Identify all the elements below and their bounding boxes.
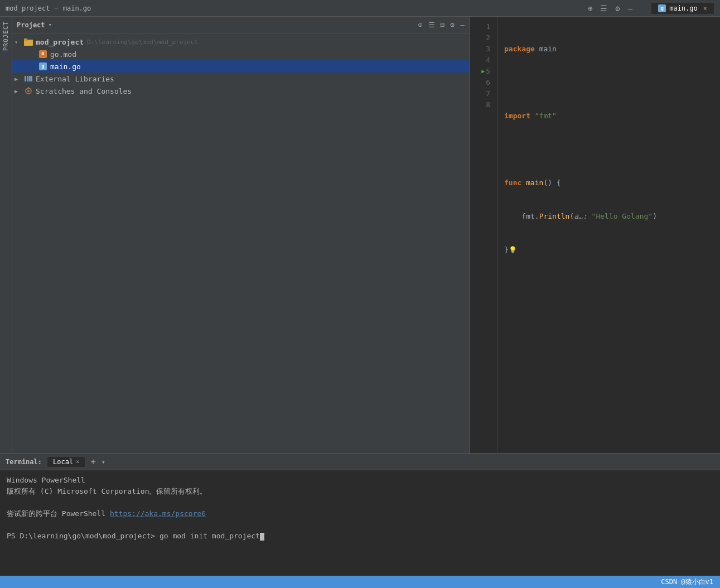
code-line-8 xyxy=(504,278,713,289)
terminal-content[interactable]: Windows PowerShell 版权所有 (C) Microsoft Co… xyxy=(0,470,720,576)
tree-item-external-libraries[interactable]: ▶ External Libraries xyxy=(12,73,469,85)
editor-area: 1 2 3 4 ▶ 5 6 7 8 package main import "f… xyxy=(470,17,720,453)
list-icon[interactable]: ☰ xyxy=(600,4,607,13)
terminal-label: Terminal: xyxy=(6,458,42,466)
code-line-4 xyxy=(504,144,713,155)
split-icon[interactable]: ⊟ xyxy=(441,21,445,29)
svg-point-8 xyxy=(27,90,30,92)
terminal-blank-2 xyxy=(7,519,713,531)
settings-icon[interactable]: ⚙ xyxy=(615,4,620,13)
project-side-label[interactable]: Project xyxy=(0,17,12,453)
svg-rect-2 xyxy=(24,38,27,40)
terminal-tab-close[interactable]: × xyxy=(76,459,79,465)
tree-gomod-label: go.mod xyxy=(50,50,76,59)
title-separator: – xyxy=(54,4,58,12)
terminal-area: Terminal: Local × + ▾ Windows PowerShell… xyxy=(0,453,720,576)
terminal-try-new: 尝试新的跨平台 PowerShell https://aka.ms/pscore… xyxy=(7,508,713,519)
line-num-4: 4 xyxy=(470,55,490,66)
tree-scratches-label: Scratches and Consoles xyxy=(36,87,132,95)
svg-rect-3 xyxy=(25,76,26,81)
tree-item-scratches[interactable]: ▶ Scratches and Consoles xyxy=(12,85,469,97)
tree-root-path: D:\learning\go\mod\mod_project xyxy=(87,38,198,46)
terminal-blank-1 xyxy=(7,497,713,508)
panel-title: Project xyxy=(17,21,45,29)
main-layout: Project Project ▾ ⊙ ☰ ⊟ ⚙ — ▾ xyxy=(0,17,720,453)
tree-container: ▾ mod_project D:\learning\go\mod\mod_pro… xyxy=(12,33,469,453)
status-bar-text: CSDN @猿小白v1 xyxy=(661,577,713,587)
tree-item-gomod[interactable]: m go.mod xyxy=(12,48,469,60)
terminal-prompt-line: PS D:\learning\go\mod\mod_project> go mo… xyxy=(7,531,713,542)
title-bar: mod_project – main.go ⊕ ☰ ⚙ — g main.go … xyxy=(0,0,720,17)
terminal-tab-local[interactable]: Local × xyxy=(47,457,85,467)
svg-rect-6 xyxy=(31,76,32,81)
folder-icon xyxy=(23,38,33,46)
code-content[interactable]: package main import "fmt" func main() { … xyxy=(497,17,720,453)
terminal-prompt: PS D:\learning\go\mod\mod_project> xyxy=(7,532,155,540)
code-line-3: import "fmt" xyxy=(504,110,713,122)
line-numbers: 1 2 3 4 ▶ 5 6 7 8 xyxy=(470,17,497,453)
tree-item-main-go[interactable]: g main.go xyxy=(12,60,469,73)
file-tab-close[interactable]: × xyxy=(703,4,707,12)
list-panel-icon[interactable]: ☰ xyxy=(428,21,435,29)
terminal-tab-label-local: Local xyxy=(53,458,73,466)
scope-icon[interactable]: ⊙ xyxy=(418,21,423,29)
tree-item-root[interactable]: ▾ mod_project D:\learning\go\mod\mod_pro… xyxy=(12,36,469,48)
svg-rect-4 xyxy=(27,76,28,81)
line-num-6: 6 xyxy=(470,77,490,88)
title-project-label: mod_project xyxy=(6,4,50,12)
extlib-icon xyxy=(23,75,33,83)
panel-header: Project ▾ ⊙ ☰ ⊟ ⚙ — xyxy=(12,17,469,33)
tree-extlib-label: External Libraries xyxy=(36,75,114,83)
terminal-tab-bar: Terminal: Local × + ▾ xyxy=(0,454,720,470)
project-panel: Project ▾ ⊙ ☰ ⊟ ⚙ — ▾ xyxy=(12,17,470,453)
line-num-7: 7 xyxy=(470,88,490,99)
editor-content: 1 2 3 4 ▶ 5 6 7 8 package main import "f… xyxy=(470,17,720,453)
terminal-link[interactable]: https://aka.ms/pscore6 xyxy=(110,509,206,518)
globe-icon[interactable]: ⊕ xyxy=(588,4,592,13)
tree-root-label: mod_project xyxy=(36,38,84,46)
code-line-1: package main xyxy=(504,44,713,55)
code-line-5: func main() { xyxy=(504,177,713,189)
file-tab-label: main.go xyxy=(669,4,698,12)
line-num-1: 1 xyxy=(470,21,490,32)
title-file-label: main.go xyxy=(63,4,91,12)
scratch-icon xyxy=(23,87,33,95)
gomod-icon: m xyxy=(38,50,48,58)
go-file-icon: g xyxy=(658,4,666,12)
expand-arrow-extlib: ▶ xyxy=(15,76,23,82)
lightbulb-icon[interactable]: 💡 xyxy=(509,246,517,254)
terminal-command: go mod init mod_project xyxy=(155,532,260,540)
terminal-add-button[interactable]: + xyxy=(90,456,96,467)
terminal-shell-name: Windows PowerShell xyxy=(7,475,713,486)
code-line-7: }💡 xyxy=(504,244,713,256)
minimize-icon[interactable]: — xyxy=(628,4,632,13)
line-num-8: 8 xyxy=(470,99,490,110)
code-line-2 xyxy=(504,77,713,88)
status-bar: CSDN @猿小白v1 xyxy=(0,576,720,588)
run-arrow-icon[interactable]: ▶ xyxy=(481,66,485,77)
line-num-5: ▶ 5 xyxy=(470,66,490,77)
go-file-tree-icon: g xyxy=(38,62,48,70)
terminal-cursor xyxy=(260,533,264,541)
panel-header-icons: ⊙ ☰ ⊟ ⚙ — xyxy=(418,21,465,29)
terminal-chevron-icon[interactable]: ▾ xyxy=(102,458,105,466)
terminal-copyright: 版权所有 (C) Microsoft Corporation。保留所有权利。 xyxy=(7,486,713,497)
project-side-text: Project xyxy=(2,21,9,51)
minimize-panel-icon[interactable]: — xyxy=(460,21,465,29)
expand-arrow-scratches: ▶ xyxy=(15,88,23,94)
panel-chevron[interactable]: ▾ xyxy=(49,21,52,28)
line-num-2: 2 xyxy=(470,32,490,44)
tree-main-go-label: main.go xyxy=(50,62,81,71)
title-icons: ⊕ ☰ ⚙ — g main.go × xyxy=(588,3,714,14)
gear-panel-icon[interactable]: ⚙ xyxy=(450,21,455,29)
svg-rect-5 xyxy=(29,76,31,81)
file-tab-main-go[interactable]: g main.go × xyxy=(651,3,714,14)
expand-arrow-root: ▾ xyxy=(15,39,23,45)
code-line-6: fmt.Println(a…: "Hello Golang") xyxy=(504,211,713,222)
line-num-3: 3 xyxy=(470,44,490,55)
